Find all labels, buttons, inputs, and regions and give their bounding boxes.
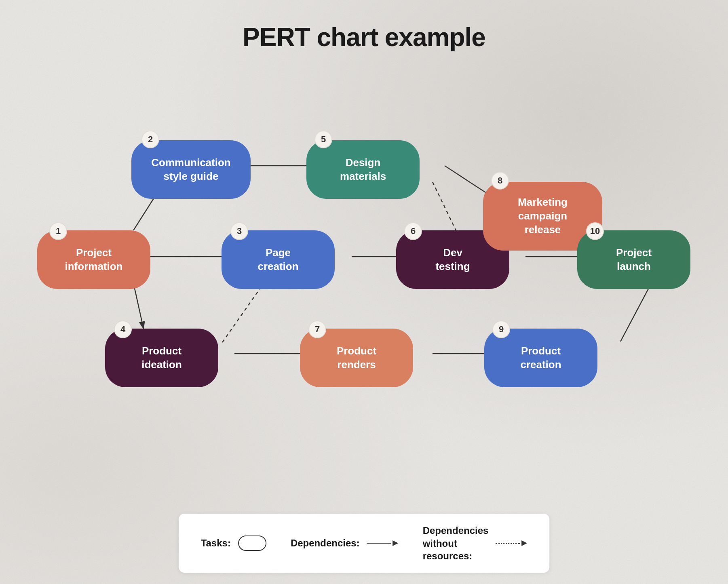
legend-dependencies-label: Dependencies:: [291, 538, 360, 549]
legend-no-res-arrowhead: [521, 540, 527, 546]
page-content: PERT chart example: [0, 0, 728, 584]
badge-1: 1: [49, 222, 67, 240]
badge-2: 2: [141, 131, 159, 148]
page-title: PERT chart example: [0, 0, 728, 52]
legend-no-res-line: [496, 543, 520, 544]
legend-tasks-label: Tasks:: [201, 538, 231, 549]
legend-no-resources-label: Dependencies without resources:: [423, 524, 489, 562]
legend: Tasks: Dependencies: Dependencies withou…: [179, 514, 550, 573]
badge-10: 10: [586, 222, 604, 240]
legend-tasks: Tasks:: [201, 536, 266, 551]
legend-dependencies-no-resources: Dependencies without resources:: [423, 524, 528, 562]
svg-line-4: [133, 283, 143, 329]
pert-chart: 1 Project information 2 Communication st…: [24, 63, 704, 511]
legend-no-res-arrow: [496, 540, 527, 546]
legend-task-shape: [238, 536, 266, 551]
badge-3: 3: [230, 222, 248, 240]
badge-9: 9: [492, 320, 510, 338]
badge-8: 8: [491, 172, 509, 190]
legend-dep-arrow: [367, 540, 399, 546]
legend-dependencies: Dependencies:: [291, 538, 399, 549]
legend-dep-line: [367, 543, 391, 544]
badge-4: 4: [114, 320, 132, 338]
badge-6: 6: [404, 222, 422, 240]
badge-5: 5: [314, 131, 332, 148]
node-5: Design materials: [306, 140, 420, 199]
legend-dep-arrowhead: [393, 540, 399, 546]
badge-7: 7: [308, 320, 326, 338]
node-2: Communication style guide: [131, 140, 251, 199]
